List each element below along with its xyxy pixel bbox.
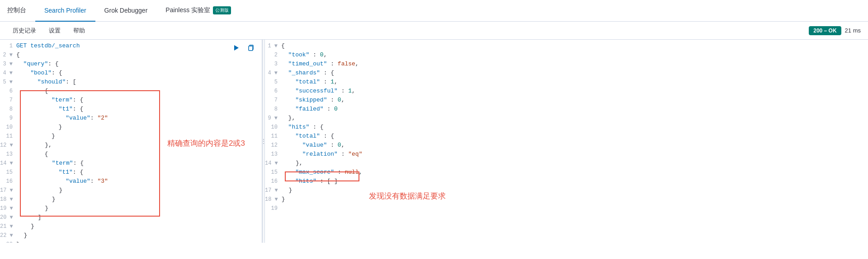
editor-line-14: 14 ▼ "term": { (0, 159, 262, 168)
editor-line-5: 5 ▼ "should": [ (0, 78, 262, 87)
nav-painless-lab-label: Painless 实验室 (165, 6, 210, 14)
result-line-12: 12 "value" : 0, (265, 141, 868, 150)
editor-line-19: 19 ▼ } (0, 204, 262, 213)
editor-line-3: 3 ▼ "query": { (0, 60, 262, 69)
editor-line-4: 4 ▼ "bool": { (0, 69, 262, 78)
editor-line-15: 15 "t1": { (0, 168, 262, 177)
result-line-18: 18 ▼ } (265, 195, 868, 204)
top-nav: 控制台 Search Profiler Grok Debugger Painle… (0, 0, 868, 22)
status-time: 21 ms (845, 27, 861, 34)
result-code-area: 1 ▼ { 2 "took" : 0, 3 "timed_out" : fals… (265, 40, 868, 243)
editor-line-13: 13 { (0, 150, 262, 159)
copy-button[interactable] (245, 42, 256, 53)
result-line-6: 6 "successful" : 1, (265, 87, 868, 96)
result-line-4: 4 ▼ "_shards" : { (265, 69, 868, 78)
beta-badge: 公测版 (213, 6, 231, 14)
editor-line-1: 1 GET testdb/_search (0, 42, 262, 51)
nav-console-label: 控制台 (7, 6, 26, 14)
result-panel: 1 ▼ { 2 "took" : 0, 3 "timed_out" : fals… (265, 40, 868, 243)
nav-settings[interactable]: 设置 (43, 23, 66, 38)
second-nav: 历史记录 设置 帮助 200 – OK 21 ms (0, 22, 868, 40)
svg-marker-0 (234, 45, 239, 51)
result-line-3: 3 "timed_out" : false, (265, 60, 868, 69)
editor-panel: 1 GET testdb/_search 2 ▼ { 3 ▼ "query": … (0, 40, 262, 243)
status-badge: 200 – OK (809, 26, 841, 35)
editor-line-20: 20 ▼ ] (0, 213, 262, 222)
editor-line-23: 23 } (0, 240, 262, 243)
nav-search-profiler-label: Search Profiler (44, 7, 86, 14)
nav-painless-lab[interactable]: Painless 实验室 公测版 (156, 0, 240, 22)
editor-line-6: 6 { (0, 87, 262, 96)
result-line-2: 2 "took" : 0, (265, 51, 868, 60)
nav-grok-debugger-label: Grok Debugger (104, 7, 148, 14)
editor-line-10: 10 } (0, 123, 262, 132)
result-line-1: 1 ▼ { (265, 42, 868, 51)
result-line-16: 16 "hits" : [ ] (265, 177, 868, 186)
nav-grok-debugger[interactable]: Grok Debugger (95, 0, 157, 22)
editor-toolbar (231, 42, 256, 53)
editor-wrapper: 1 GET testdb/_search 2 ▼ { 3 ▼ "query": … (0, 40, 262, 243)
result-line-9: 9 ▼ }, (265, 114, 868, 123)
editor-line-21: 21 ▼ } (0, 222, 262, 231)
nav-search-profiler[interactable]: Search Profiler (35, 0, 95, 22)
editor-line-7: 7 "term": { (0, 96, 262, 105)
result-line-17: 17 ▼ } (265, 186, 868, 195)
result-line-5: 5 "total" : 1, (265, 78, 868, 87)
result-line-8: 8 "failed" : 0 (265, 105, 868, 114)
nav-history[interactable]: 历史记录 (7, 23, 42, 38)
editor-line-22: 22 ▼ } (0, 231, 262, 240)
result-line-10: 10 "hits" : { (265, 123, 868, 132)
main-content: 1 GET testdb/_search 2 ▼ { 3 ▼ "query": … (0, 40, 868, 243)
result-line-13: 13 "relation" : "eq" (265, 150, 868, 159)
nav-console[interactable]: 控制台 (0, 0, 35, 22)
editor-line-9: 9 "value": "2" (0, 114, 262, 123)
result-line-14: 14 ▼ }, (265, 159, 868, 168)
result-wrapper: 1 ▼ { 2 "took" : 0, 3 "timed_out" : fals… (265, 40, 868, 243)
result-line-7: 7 "skipped" : 0, (265, 96, 868, 105)
svg-rect-1 (249, 46, 253, 51)
editor-line-16: 16 "value": "3" (0, 177, 262, 186)
editor-line-17: 17 ▼ } (0, 186, 262, 195)
result-annotation: 发现没有数据满足要求 (369, 191, 446, 201)
editor-line-8: 8 "t1": { (0, 105, 262, 114)
editor-annotation: 精确查询的内容是2或3 (167, 138, 245, 148)
run-button[interactable] (231, 42, 242, 53)
editor-line-2: 2 ▼ { (0, 51, 262, 60)
editor-line-18: 18 ▼ } (0, 195, 262, 204)
result-line-15: 15 "max_score" : null, (265, 168, 868, 177)
nav-help[interactable]: 帮助 (68, 23, 90, 38)
result-line-11: 11 "total" : { (265, 132, 868, 141)
result-line-19: 19 (265, 204, 868, 213)
